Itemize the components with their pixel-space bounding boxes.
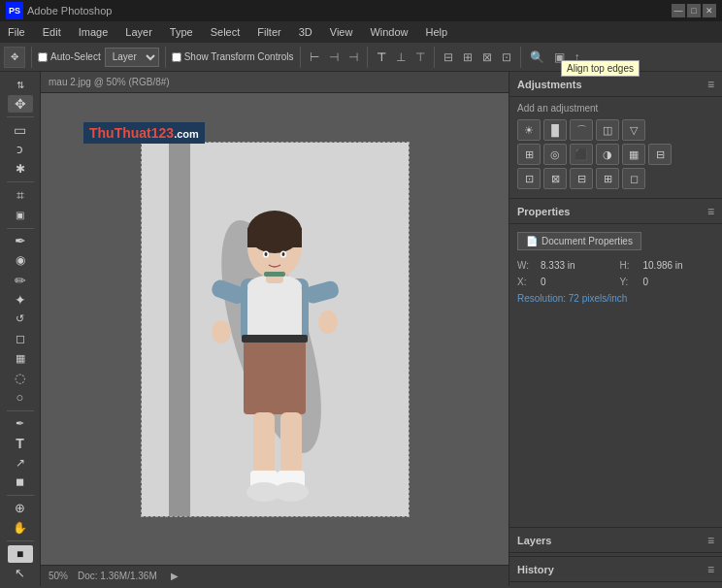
show-transform-check[interactable]: Show Transform Controls <box>172 51 294 62</box>
distribute-4-button[interactable]: ⊡ <box>499 49 514 66</box>
tool-separator-6 <box>7 540 34 541</box>
distribute-3-button[interactable]: ⊠ <box>479 49 495 66</box>
resolution-value: Resolution: 72 pixels/inch <box>517 293 714 304</box>
adj-photo-filter[interactable]: ◑ <box>596 144 619 165</box>
canvas-expand-arrow[interactable]: ▶ <box>171 571 179 581</box>
tool-marquee[interactable]: ▭ <box>8 121 33 139</box>
adj-channel-mixer[interactable]: ▦ <box>622 144 645 165</box>
menu-type[interactable]: Type <box>166 24 197 40</box>
title-bar: PS Adobe Photoshop — □ ✕ <box>0 0 722 21</box>
tool-brush[interactable]: ✏ <box>8 272 33 289</box>
adj-threshold[interactable]: ⊟ <box>570 168 593 189</box>
tool-hand[interactable]: ✋ <box>8 519 33 537</box>
adj-black-white[interactable]: ⬛ <box>570 144 593 165</box>
tool-separator-1 <box>7 116 34 117</box>
adj-curves[interactable]: ⌒ <box>570 119 593 141</box>
layers-menu-icon[interactable]: ≡ <box>707 534 714 547</box>
tool-eraser[interactable]: ◻ <box>8 330 33 347</box>
adj-vibrance[interactable]: ▽ <box>622 119 645 141</box>
menu-select[interactable]: Select <box>207 24 245 40</box>
tool-eyedropper[interactable]: ✒ <box>8 232 33 249</box>
tool-clone[interactable]: ✦ <box>8 291 33 309</box>
tool-path-select[interactable]: ↗ <box>8 454 33 472</box>
auto-select-check[interactable]: Auto-Select <box>38 51 101 62</box>
adjustments-title: Adjustments <box>517 79 582 90</box>
align-middle-v-button[interactable]: ⊥ <box>393 49 409 66</box>
move-tool-options[interactable]: ✥ <box>4 47 25 68</box>
document-properties-button[interactable]: 📄 Document Properties <box>517 232 641 250</box>
tool-type[interactable]: T <box>8 434 33 451</box>
layers-header[interactable]: Layers ≡ <box>509 528 722 553</box>
menu-file[interactable]: File <box>4 24 29 40</box>
tool-crop[interactable]: ⌗ <box>8 186 33 204</box>
title-bar-title: Adobe Photoshop <box>27 5 112 16</box>
close-button[interactable]: ✕ <box>703 4 716 17</box>
adj-exposure[interactable]: ◫ <box>596 119 619 141</box>
tool-foreground[interactable]: ■ <box>8 545 33 563</box>
align-left-button[interactable]: ⊢ <box>307 49 322 66</box>
tool-pen[interactable]: ✒ <box>8 414 33 432</box>
tool-shape[interactable]: ◼ <box>8 474 33 491</box>
adj-gradient-map[interactable]: ⊞ <box>596 168 619 189</box>
tool-frame[interactable]: ▣ <box>8 206 33 223</box>
tool-spot-heal[interactable]: ◉ <box>8 251 33 269</box>
menu-layer[interactable]: Layer <box>121 24 156 40</box>
align-right-button[interactable]: ⊣ <box>345 49 361 66</box>
menu-edit[interactable]: Edit <box>39 24 65 40</box>
adj-brightness[interactable]: ☀ <box>517 119 541 141</box>
adj-invert[interactable]: ⊡ <box>517 168 541 189</box>
ps-icon: PS <box>6 2 23 19</box>
distribute-1-button[interactable]: ⊟ <box>441 49 456 66</box>
show-transform-checkbox[interactable] <box>172 52 181 62</box>
tool-dodge[interactable]: ○ <box>8 388 33 406</box>
properties-header[interactable]: Properties ≡ <box>509 199 722 224</box>
adjustments-menu-icon[interactable]: ≡ <box>707 78 714 91</box>
align-bottom-button[interactable]: ⊤ <box>412 49 428 66</box>
adj-color-lookup[interactable]: ⊟ <box>648 144 672 165</box>
auto-select-label: Auto-Select <box>50 51 101 62</box>
tool-zoom[interactable]: ⊕ <box>8 500 33 517</box>
person-svg <box>142 143 409 516</box>
tool-gradient[interactable]: ▦ <box>8 349 33 367</box>
adj-color-balance[interactable]: ◎ <box>543 144 567 165</box>
menu-filter[interactable]: Filter <box>253 24 284 40</box>
adj-levels[interactable]: ▐▌ <box>543 119 567 141</box>
search-button[interactable]: 🔍 <box>527 49 547 66</box>
tool-quick-select[interactable]: ✱ <box>8 160 33 178</box>
tool-history-brush[interactable]: ↺ <box>8 310 33 328</box>
tool-select-bottom[interactable]: ↖ <box>8 565 33 582</box>
adj-hue[interactable]: ⊞ <box>517 144 541 165</box>
canvas-title-bar: mau 2.jpg @ 50% (RGB/8#) <box>41 72 509 93</box>
align-top-button[interactable]: ⊤ <box>374 49 389 66</box>
tool-lasso[interactable]: ↄ <box>8 141 33 158</box>
tool-move[interactable]: ✥ <box>8 95 33 113</box>
adj-selective-color[interactable]: ◻ <box>622 168 645 189</box>
menu-image[interactable]: Image <box>75 24 113 40</box>
adj-row-3: ⊡ ⊠ ⊟ ⊞ ◻ <box>517 168 714 189</box>
maximize-button[interactable]: □ <box>687 4 701 17</box>
properties-menu-icon[interactable]: ≡ <box>707 205 714 218</box>
canvas-tab-title[interactable]: mau 2.jpg @ 50% (RGB/8#) <box>49 77 170 87</box>
minimize-button[interactable]: — <box>672 4 685 17</box>
toolbar-separator-3 <box>300 47 301 68</box>
canvas-body[interactable] <box>41 93 509 565</box>
svg-rect-6 <box>247 286 302 340</box>
align-center-h-button[interactable]: ⊣ <box>326 49 342 66</box>
history-header[interactable]: History ≡ <box>509 557 722 582</box>
distribute-2-button[interactable]: ⊞ <box>460 49 476 66</box>
menu-help[interactable]: Help <box>422 24 452 40</box>
tool-arrange[interactable]: ⇅ <box>8 76 33 93</box>
layer-select[interactable]: Layer Group <box>105 48 159 67</box>
history-menu-icon[interactable]: ≡ <box>707 563 714 576</box>
auto-select-checkbox[interactable] <box>38 52 48 62</box>
menu-window[interactable]: Window <box>366 24 411 40</box>
main-area: ⇅ ✥ ▭ ↄ ✱ ⌗ ▣ ✒ ◉ ✏ ✦ ↺ ◻ ▦ ◌ ○ ✒ T ↗ ◼ … <box>0 72 722 586</box>
adj-posterize[interactable]: ⊠ <box>543 168 567 189</box>
toolbar-separator-4 <box>367 47 368 68</box>
toolbar-separator-1 <box>31 47 32 68</box>
svg-rect-10 <box>280 412 302 480</box>
adj-row-2: ⊞ ◎ ⬛ ◑ ▦ ⊟ <box>517 144 714 165</box>
menu-view[interactable]: View <box>326 24 357 40</box>
tool-blur[interactable]: ◌ <box>8 369 33 386</box>
menu-3d[interactable]: 3D <box>295 24 316 40</box>
